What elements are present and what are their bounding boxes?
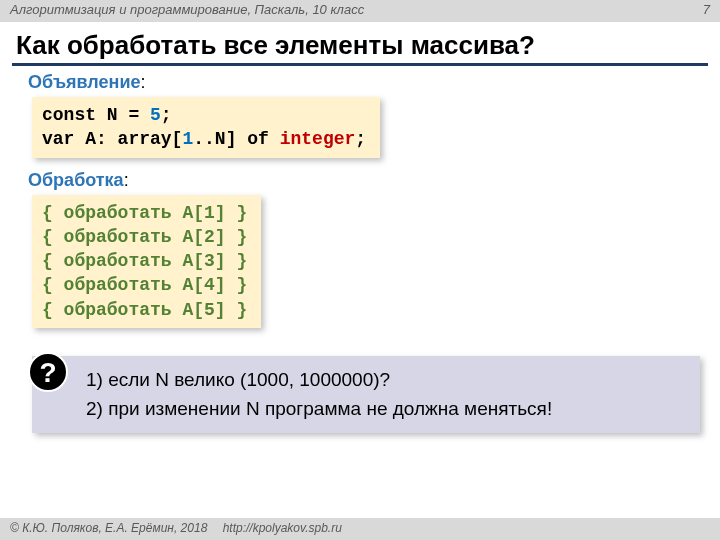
code-line: { обработать A[2] } (42, 225, 247, 249)
slide-content: Объявление: const N = 5; var A: array[1.… (0, 72, 720, 433)
code-line: var A: array[1..N] of integer; (42, 127, 366, 151)
question-icon: ? (28, 352, 68, 392)
code-line: { обработать A[1] } (42, 201, 247, 225)
question-line-2: 2) при изменении N программа не должна м… (86, 395, 690, 424)
declaration-label: Объявление: (28, 72, 704, 93)
processing-code: { обработать A[1] } { обработать A[2] } … (32, 195, 261, 328)
title-underline (12, 63, 708, 66)
code-line: { обработать A[4] } (42, 273, 247, 297)
processing-label: Обработка: (28, 170, 704, 191)
question-line-1: 1) если N велико (1000, 1000000)? (86, 366, 690, 395)
copyright-text: © К.Ю. Поляков, Е.А. Ерёмин, 2018 (10, 521, 207, 535)
code-line: const N = 5; (42, 103, 366, 127)
question-callout: ? 1) если N велико (1000, 1000000)? 2) п… (32, 356, 700, 433)
slide-header: Алгоритмизация и программирование, Паска… (0, 0, 720, 22)
footer-url[interactable]: http://kpolyakov.spb.ru (223, 521, 342, 535)
code-line: { обработать A[3] } (42, 249, 247, 273)
course-name: Алгоритмизация и программирование, Паска… (10, 2, 364, 22)
declaration-code: const N = 5; var A: array[1..N] of integ… (32, 97, 380, 158)
page-number: 7 (703, 2, 710, 22)
slide-footer: © К.Ю. Поляков, Е.А. Ерёмин, 2018 http:/… (0, 518, 720, 540)
slide-title: Как обработать все элементы массива? (0, 22, 720, 63)
code-line: { обработать A[5] } (42, 298, 247, 322)
